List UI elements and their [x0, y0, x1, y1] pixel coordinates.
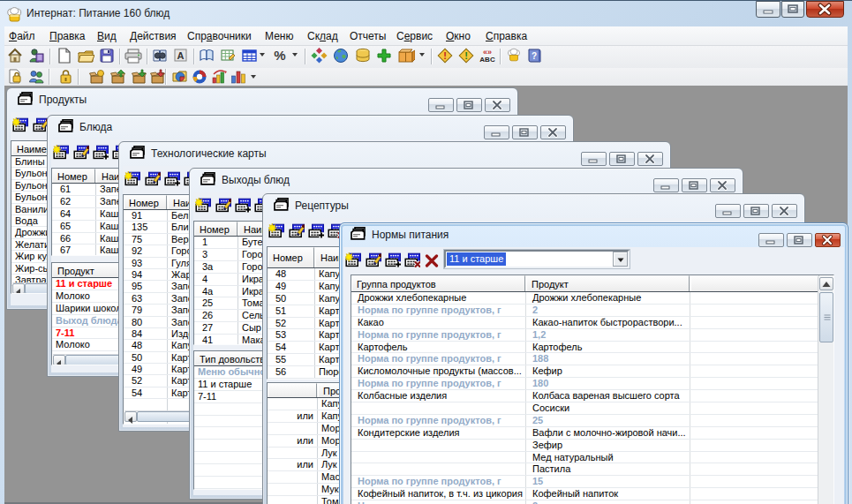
- svg-text:А: А: [177, 50, 185, 61]
- svg-text:ABC: ABC: [479, 56, 495, 64]
- svg-text:?: ?: [532, 51, 537, 61]
- svg-text:%: %: [274, 48, 285, 63]
- svg-text:!: !: [464, 50, 468, 61]
- svg-text:!: !: [443, 50, 447, 61]
